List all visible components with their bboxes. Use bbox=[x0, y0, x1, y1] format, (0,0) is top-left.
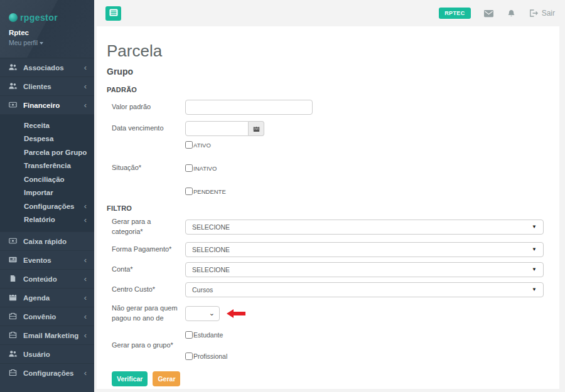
sidebar-subitem-parcela-por-grupo[interactable]: Parcela por Grupo bbox=[0, 146, 94, 159]
check-row-ativo: ATIVO bbox=[185, 141, 226, 149]
calendar-button[interactable] bbox=[249, 121, 264, 136]
valor-padrao-input[interactable] bbox=[185, 100, 313, 115]
logo-icon bbox=[9, 13, 18, 22]
calendar-icon bbox=[253, 125, 260, 132]
date-group bbox=[185, 121, 264, 136]
gerar-button[interactable]: Gerar bbox=[153, 371, 180, 386]
file-icon bbox=[9, 275, 18, 283]
checkbox-pendente[interactable] bbox=[185, 188, 193, 195]
chevron-left-icon: ‹ bbox=[84, 63, 87, 72]
situacao-checkbox-group: ATIVOINATIVOPENDENTE bbox=[185, 141, 226, 195]
newspaper-icon bbox=[9, 256, 18, 264]
ano-select[interactable]: ⌄ bbox=[185, 306, 220, 321]
user-name: Rptec bbox=[9, 29, 87, 36]
sidebar-item-agenda[interactable]: Agenda‹ bbox=[0, 288, 94, 307]
filter-selects: Gerar para a categoria*SELECIONE▼Forma P… bbox=[107, 217, 544, 297]
sidebar-item-email-marketing[interactable]: Email Marketing‹ bbox=[0, 326, 94, 344]
check-row-pendente: PENDENTE bbox=[185, 188, 226, 195]
field-label-situacao: Situação* bbox=[112, 163, 185, 173]
checkbox-ativo[interactable] bbox=[185, 141, 193, 149]
money-icon bbox=[9, 101, 18, 109]
verificar-button[interactable]: Verificar bbox=[112, 371, 148, 386]
sidebar-subitem-configuracoes[interactable]: Configurações‹ bbox=[0, 199, 94, 213]
main-pane: RPTEC Sair Parcela Grupo PADRÃO Valor pa… bbox=[94, 0, 565, 392]
red-arrow-annotation bbox=[227, 309, 245, 318]
checkbox-profissional[interactable] bbox=[185, 352, 193, 360]
page-title: Parcela bbox=[107, 41, 544, 61]
sidebar-item-usuario[interactable]: Usuário bbox=[0, 344, 94, 363]
field-label-gerar-para-a-categoria: Gerar para a categoria* bbox=[112, 217, 185, 237]
sidebar-item-eventos[interactable]: Eventos‹ bbox=[0, 250, 94, 269]
buttons-row: Verificar Gerar bbox=[107, 371, 544, 386]
arrow-head bbox=[227, 309, 234, 318]
briefcase-icon bbox=[9, 312, 18, 320]
topbar-right: RPTEC Sair bbox=[439, 8, 555, 19]
sidebar-header: rpgestor Rptec Meu perfil bbox=[0, 0, 94, 58]
users-icon bbox=[9, 350, 18, 358]
sidebar-subitem-conciliacao[interactable]: Conciliação bbox=[0, 172, 94, 186]
centro-custo-select-row: Centro Custo*Cursos▼ bbox=[107, 282, 544, 297]
field-label-forma-pagamento: Forma Pagamento* bbox=[112, 245, 185, 255]
field-label-centro-custo: Centro Custo* bbox=[112, 285, 185, 295]
sidebar-subitem-despesa[interactable]: Despesa bbox=[0, 132, 94, 146]
checkbox-estudante[interactable] bbox=[185, 331, 193, 339]
sidebar-item-caixa-rapido[interactable]: Caixa rápido bbox=[0, 231, 94, 250]
chevron-left-icon: ‹ bbox=[84, 369, 87, 377]
situacao-row: Situação* ATIVOINATIVOPENDENTE bbox=[107, 141, 544, 195]
categoria-select[interactable]: SELECIONE▼ bbox=[185, 220, 544, 235]
field-label-valor-padrao: Valor padrão bbox=[112, 102, 185, 112]
checkbox-label-ativo: ATIVO bbox=[193, 142, 211, 149]
app-window: rpgestor Rptec Meu perfil Associados‹Cli… bbox=[0, 0, 565, 392]
sidebar-item-associados[interactable]: Associados‹ bbox=[0, 58, 94, 77]
logout-button[interactable]: Sair bbox=[529, 9, 555, 18]
conta-select-row: Conta*SELECIONE▼ bbox=[107, 262, 544, 277]
sidebar-subitem-relatorio[interactable]: Relatório‹ bbox=[0, 213, 94, 227]
sidebar-subitem-importar[interactable]: Importar bbox=[0, 186, 94, 200]
money-icon bbox=[9, 237, 18, 245]
sidebar-item-convenio[interactable]: Convênio‹ bbox=[0, 307, 94, 326]
sidebar-item-clientes[interactable]: Clientes‹ bbox=[0, 77, 94, 95]
centro-custo-select[interactable]: Cursos▼ bbox=[185, 282, 544, 297]
bell-icon[interactable] bbox=[507, 9, 516, 18]
chevron-left-icon: ‹ bbox=[84, 294, 87, 302]
chevron-left-icon: ‹ bbox=[84, 216, 87, 224]
forma-pagamento-select[interactable]: SELECIONE▼ bbox=[185, 242, 544, 257]
submenu-financeiro: ReceitaDespesaParcela por GrupoTransferê… bbox=[0, 114, 94, 231]
chevron-left-icon: ‹ bbox=[84, 275, 87, 283]
caret-down-icon: ▼ bbox=[532, 267, 537, 272]
chevron-left-icon: ‹ bbox=[84, 312, 87, 320]
caret-down-icon bbox=[40, 42, 43, 45]
account-badge[interactable]: RPTEC bbox=[439, 8, 471, 19]
hamburger-icon bbox=[109, 9, 118, 18]
checkbox-label-profissional: Profissional bbox=[193, 352, 227, 360]
data-vencimento-input[interactable] bbox=[185, 121, 249, 136]
sidebar-menu: Associados‹Clientes‹Financeiro‹ReceitaDe… bbox=[0, 58, 94, 382]
check-row-profissional: Profissional bbox=[185, 352, 227, 360]
profile-dropdown[interactable]: Meu perfil bbox=[9, 39, 87, 46]
envelope-icon[interactable] bbox=[484, 9, 493, 18]
chevron-left-icon: ‹ bbox=[84, 331, 87, 339]
chevron-left-icon: ‹ bbox=[84, 202, 87, 210]
sidebar-subitem-transferencia[interactable]: Transferência bbox=[0, 159, 94, 173]
content-panel: Parcela Grupo PADRÃO Valor padrão Data v… bbox=[97, 26, 559, 389]
sidebar: rpgestor Rptec Meu perfil Associados‹Cli… bbox=[0, 0, 94, 392]
checkbox-label-pendente: PENDENTE bbox=[193, 188, 226, 195]
briefcase-icon bbox=[9, 331, 18, 339]
data-vencimento-row: Data vencimento bbox=[107, 121, 544, 136]
field-label-conta: Conta* bbox=[112, 265, 185, 275]
caret-down-icon: ▼ bbox=[532, 225, 537, 230]
sidebar-item-financeiro[interactable]: Financeiro‹ bbox=[0, 95, 94, 114]
sidebar-item-configuracoes[interactable]: Configurações‹ bbox=[0, 363, 94, 382]
forma-pagamento-select-row: Forma Pagamento*SELECIONE▼ bbox=[107, 242, 544, 257]
sidebar-subitem-receita[interactable]: Receita bbox=[0, 119, 94, 132]
logout-icon bbox=[529, 9, 538, 17]
chevron-left-icon: ‹ bbox=[84, 101, 87, 109]
valor-padrao-row: Valor padrão bbox=[107, 100, 544, 115]
checkbox-inativo[interactable] bbox=[185, 164, 193, 172]
conta-select[interactable]: SELECIONE▼ bbox=[185, 262, 544, 277]
ano-row: Não gerar para quem pagou no ano de ⌄ bbox=[107, 304, 544, 324]
sidebar-item-conteudo[interactable]: Conteúdo‹ bbox=[0, 269, 94, 288]
menu-toggle-button[interactable] bbox=[105, 6, 121, 21]
chevron-left-icon: ‹ bbox=[84, 256, 87, 264]
section-heading-filtro: FILTRO bbox=[107, 204, 544, 212]
